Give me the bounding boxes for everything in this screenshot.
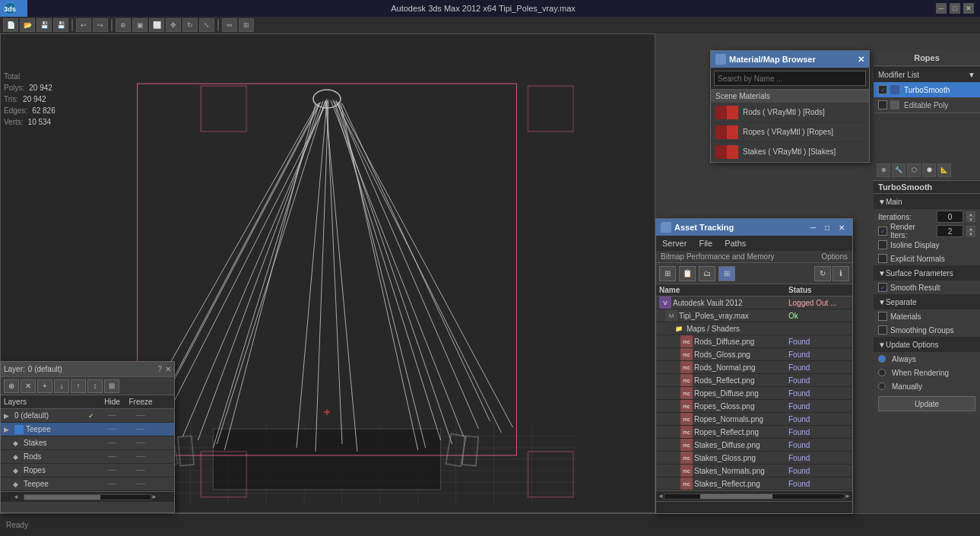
- ts-icon-1[interactable]: ⊕: [877, 163, 890, 177]
- select-button[interactable]: ⊕: [116, 18, 131, 32]
- ts-surface-section[interactable]: ▼ Surface Parameters: [874, 265, 980, 281]
- layer-tool-add[interactable]: +: [37, 379, 52, 393]
- asset-row-vault[interactable]: V Autodesk Vault 2012 Logged Out ...: [656, 297, 852, 309]
- open-button[interactable]: 📂: [20, 18, 35, 32]
- asset-info-button[interactable]: ℹ: [833, 266, 849, 281]
- layer-close-button[interactable]: ✕: [165, 365, 171, 373]
- ts-render-iters-value[interactable]: 2: [937, 225, 963, 237]
- ts-smooth-result-checkbox[interactable]: ✓: [878, 283, 887, 292]
- mirror-button[interactable]: ⇔: [222, 18, 237, 32]
- redo-button[interactable]: ↪: [93, 18, 108, 32]
- layer-scroll-right[interactable]: ►: [151, 493, 162, 500]
- asset-row-rods-reflect[interactable]: mc Rods_Reflect.png Found: [656, 374, 852, 387]
- ts-render-iters-up[interactable]: ▲: [966, 226, 975, 231]
- ts-render-iters-down[interactable]: ▼: [966, 231, 975, 236]
- ts-iterations-up[interactable]: ▲: [966, 211, 975, 217]
- asset-row-maps-folder[interactable]: 📁 Maps / Shaders: [656, 322, 852, 335]
- restore-button[interactable]: □: [950, 3, 960, 14]
- material-browser-search-input[interactable]: [714, 71, 866, 86]
- layer-scroll-track[interactable]: [24, 494, 151, 500]
- asset-row-ropes-gloss[interactable]: mc Ropes_Gloss.png Found: [656, 400, 852, 413]
- asset-row-stakes-reflect[interactable]: mc Stakes_Reflect.png Found: [656, 477, 852, 490]
- asset-row-rods-gloss[interactable]: mc Rods_Gloss.png Found: [656, 348, 852, 361]
- material-item-rods[interactable]: Rods ( VRayMtl ) [Rods]: [711, 103, 869, 122]
- ts-iterations-down[interactable]: ▼: [966, 217, 975, 222]
- asset-row-ropes-normals[interactable]: mc Ropes_Normals.png Found: [656, 413, 852, 426]
- layer-scroll-thumb[interactable]: [24, 495, 100, 500]
- asset-scroll-right-icon[interactable]: ►: [845, 493, 851, 500]
- align-button[interactable]: ⊞: [239, 18, 254, 32]
- ts-manually-radio[interactable]: [878, 382, 886, 390]
- close-button[interactable]: ✕: [963, 3, 974, 14]
- asset-row-rods-diffuse[interactable]: mc Rods_Diffuse.png Found: [656, 335, 852, 348]
- layer-tool-4[interactable]: ↓: [54, 379, 69, 393]
- asset-menu-server[interactable]: Server: [659, 239, 690, 248]
- asset-tool-1[interactable]: ⊞: [659, 266, 676, 281]
- asset-row-rods-normal[interactable]: mc Rods_Normal.png Found: [656, 361, 852, 374]
- scale-button[interactable]: ⤡: [199, 18, 214, 32]
- ts-icon-2[interactable]: 🔧: [892, 163, 905, 177]
- ts-always-radio[interactable]: [878, 355, 886, 363]
- ts-render-iters-spinner[interactable]: ▲ ▼: [966, 226, 975, 236]
- ts-when-rendering-radio[interactable]: [878, 369, 886, 376]
- layer-tool-delete[interactable]: ✕: [21, 379, 36, 393]
- layer-tool-6[interactable]: ↕: [87, 379, 103, 393]
- ts-smoothing-groups-checkbox[interactable]: [878, 325, 887, 335]
- material-item-stakes[interactable]: Stakes ( VRayMtl ) [Stakes]: [711, 142, 869, 162]
- asset-tool-2[interactable]: 📋: [679, 266, 696, 281]
- ts-update-button[interactable]: Update: [878, 396, 975, 411]
- ts-render-iters-checkbox[interactable]: ✓: [878, 227, 887, 236]
- rect-select-button[interactable]: ⬜: [149, 18, 164, 32]
- rotate-button[interactable]: ↻: [182, 18, 198, 32]
- ts-icon-4[interactable]: ⬢: [922, 163, 936, 177]
- layer-row-rods[interactable]: ◆ Rods ── ──: [1, 450, 174, 464]
- asset-scroll-track[interactable]: [664, 493, 845, 500]
- undo-button[interactable]: ↩: [76, 18, 91, 32]
- layer-row-teepee[interactable]: ▶ Teepee ── ──: [1, 423, 174, 436]
- ts-icon-3[interactable]: ⬡: [907, 163, 921, 177]
- asset-refresh-button[interactable]: ↻: [814, 266, 831, 281]
- modifier-list-dropdown-icon[interactable]: ▼: [968, 71, 975, 79]
- asset-row-ropes-reflect[interactable]: mc Ropes_Reflect.png Found: [656, 426, 852, 439]
- layer-row-default[interactable]: ▶ 0 (default) ✓ ── ──: [1, 409, 174, 423]
- modifier-editable-poly[interactable]: Editable Poly: [874, 97, 980, 113]
- save-as-button[interactable]: 💾: [53, 18, 68, 32]
- asset-scroll-left-icon[interactable]: ◄: [658, 493, 664, 500]
- asset-row-stakes-diffuse[interactable]: mc Stakes_Diffuse.png Found: [656, 439, 852, 452]
- editable-poly-checkbox[interactable]: [878, 100, 887, 109]
- ts-isoline-checkbox[interactable]: [878, 240, 887, 249]
- ts-materials-checkbox[interactable]: [878, 312, 887, 321]
- ts-separate-section[interactable]: ▼ Separate: [874, 294, 980, 309]
- asset-restore-button[interactable]: □: [822, 224, 833, 232]
- modifier-turbosmooth[interactable]: ✓ TurboSmooth: [874, 82, 980, 97]
- asset-row-stakes-gloss[interactable]: mc Stakes_Gloss.png Found: [656, 452, 852, 465]
- ts-iterations-value[interactable]: 0: [937, 211, 963, 223]
- layer-tool-5[interactable]: ↑: [71, 379, 86, 393]
- asset-menu-paths[interactable]: Paths: [722, 239, 749, 248]
- move-button[interactable]: ✥: [166, 18, 181, 32]
- ts-explicit-checkbox[interactable]: [878, 254, 887, 263]
- layer-tool-7[interactable]: ⊞: [104, 379, 119, 393]
- asset-close-button[interactable]: ✕: [836, 224, 848, 232]
- asset-row-stakes-normals[interactable]: mc Stakes_Normals.png Found: [656, 465, 852, 477]
- asset-row-max-file[interactable]: M Tipi_Poles_vray.max Ok: [656, 309, 852, 322]
- material-item-ropes[interactable]: Ropes ( VRayMtl ) [Ropes]: [711, 122, 869, 142]
- layer-tool-select[interactable]: ⊕: [4, 379, 19, 393]
- ts-icon-5[interactable]: 📐: [937, 163, 951, 177]
- minimize-button[interactable]: ─: [936, 3, 947, 14]
- ts-update-options-section[interactable]: ▼ Update Options: [874, 337, 980, 352]
- layer-help-button[interactable]: ?: [157, 365, 162, 373]
- asset-row-ropes-diffuse[interactable]: mc Ropes_Diffuse.png Found: [656, 387, 852, 400]
- asset-tool-4[interactable]: ⊞: [718, 266, 735, 281]
- save-button[interactable]: 💾: [36, 18, 52, 32]
- asset-scroll-thumb[interactable]: [700, 494, 772, 499]
- layer-scroll-left[interactable]: ◄: [13, 493, 24, 500]
- layer-scrollbar[interactable]: ◄ ►: [1, 491, 174, 502]
- asset-tool-3[interactable]: 🗂: [699, 266, 715, 281]
- layer-row-ropes[interactable]: ◆ Ropes ── ──: [1, 464, 174, 477]
- material-browser-close[interactable]: ✕: [858, 55, 864, 65]
- layer-row-teepee-sub[interactable]: ◆ Teepee ── ──: [1, 477, 174, 491]
- turbosmooth-checkbox[interactable]: ✓: [878, 85, 887, 94]
- asset-minimize-button[interactable]: ─: [807, 224, 819, 232]
- layer-row-stakes[interactable]: ◆ Stakes ── ──: [1, 436, 174, 450]
